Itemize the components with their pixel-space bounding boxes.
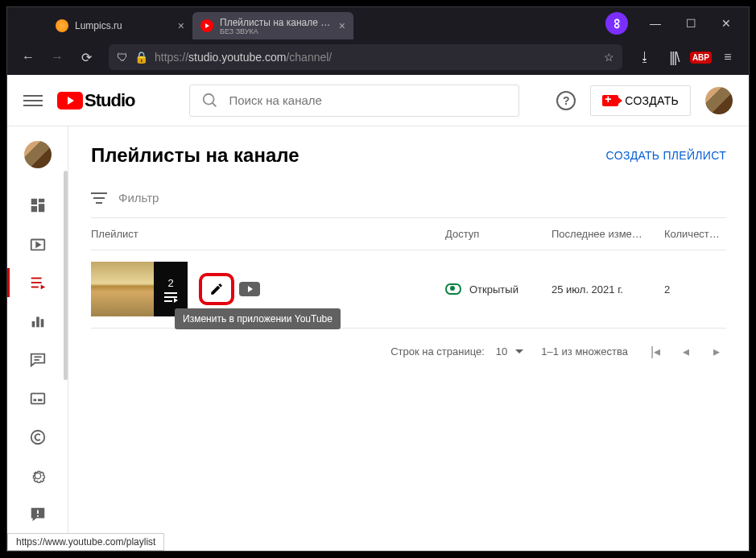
playlist-icon bbox=[164, 292, 177, 302]
col-updated[interactable]: Последнее изме… bbox=[552, 228, 664, 240]
svg-rect-21 bbox=[37, 510, 39, 515]
filter-bar[interactable]: Фильтр bbox=[91, 184, 726, 217]
abp-icon[interactable]: ABP bbox=[690, 52, 712, 64]
window-controls: ― ☐ ✕ bbox=[597, 7, 749, 39]
count-value: 2 bbox=[664, 283, 726, 296]
bookmark-icon[interactable]: ☆ bbox=[604, 51, 614, 64]
prev-page-button[interactable]: ◂ bbox=[676, 341, 696, 361]
lock-icon[interactable]: 🔒 bbox=[134, 51, 148, 64]
channel-search[interactable] bbox=[189, 85, 519, 117]
create-playlist-button[interactable]: СОЗДАТЬ ПЛЕЙЛИСТ bbox=[606, 149, 726, 162]
tab-lumpics[interactable]: Lumpics.ru × bbox=[48, 12, 192, 39]
studio-header: Studio ? СОЗДАТЬ bbox=[7, 75, 749, 126]
nav-subtitles[interactable] bbox=[7, 382, 68, 415]
svg-rect-13 bbox=[36, 317, 39, 328]
playlist-thumbnail[interactable]: 2 bbox=[91, 262, 188, 316]
video-count: 2 bbox=[167, 277, 173, 289]
chevron-down-icon bbox=[515, 349, 523, 353]
menu-icon[interactable]: ≡ bbox=[715, 44, 741, 70]
nav-feedback[interactable] bbox=[7, 498, 68, 531]
downloads-icon[interactable]: ⭳ bbox=[632, 44, 658, 70]
browser-toolbar: ← → ⟳ 🛡 🔒 https://studio.youtube.com/cha… bbox=[7, 39, 749, 75]
rows-select[interactable]: 10 bbox=[496, 345, 523, 358]
scrollbar[interactable] bbox=[64, 171, 68, 380]
avatar[interactable] bbox=[705, 87, 733, 114]
page-title: Плейлисты на канале bbox=[91, 144, 300, 167]
maximize-button[interactable]: ☐ bbox=[675, 10, 707, 36]
feedback-icon bbox=[29, 506, 47, 523]
url-text: https://studio.youtube.com/channel/ bbox=[155, 51, 597, 64]
rows-value: 10 bbox=[496, 345, 507, 358]
close-button[interactable]: ✕ bbox=[710, 10, 742, 36]
tab-youtube-studio[interactable]: Плейлисты на канале - Yo БЕЗ ЗВУКА × bbox=[192, 12, 353, 39]
address-bar[interactable]: 🛡 🔒 https://studio.youtube.com/channel/ … bbox=[109, 44, 622, 70]
nav-copyright[interactable] bbox=[7, 421, 68, 453]
svg-marker-7 bbox=[36, 242, 40, 247]
nav-analytics[interactable] bbox=[7, 305, 68, 337]
dashboard-icon bbox=[29, 196, 47, 214]
col-playlist[interactable]: Плейлист bbox=[91, 228, 445, 240]
svg-marker-11 bbox=[40, 285, 44, 290]
svg-rect-12 bbox=[31, 321, 35, 327]
hamburger-icon[interactable] bbox=[23, 91, 43, 110]
library-icon[interactable]: |||\ bbox=[661, 44, 687, 70]
table-header: Плейлист Доступ Последнее изме… Количест… bbox=[91, 217, 726, 250]
browser-titlebar: Lumpics.ru × Плейлисты на канале - Yo БЕ… bbox=[7, 7, 749, 39]
thumb-image bbox=[91, 262, 154, 316]
comments-icon bbox=[29, 351, 47, 369]
subtitles-icon bbox=[29, 390, 47, 407]
svg-line-1 bbox=[213, 102, 217, 106]
updated-value: 25 июл. 2021 г. bbox=[552, 283, 664, 296]
edit-button[interactable] bbox=[199, 273, 234, 305]
youtube-icon bbox=[57, 92, 83, 110]
table-row[interactable]: 2 Изменить в приложении YouTube bbox=[91, 250, 726, 328]
svg-rect-5 bbox=[31, 206, 36, 212]
playlist-icon bbox=[29, 274, 47, 291]
col-access[interactable]: Доступ bbox=[445, 228, 552, 240]
rows-label: Строк на странице: bbox=[390, 345, 485, 358]
nav-content[interactable] bbox=[7, 228, 68, 260]
forward-button[interactable]: → bbox=[44, 44, 70, 70]
shield-icon[interactable]: 🛡 bbox=[117, 51, 128, 64]
search-icon bbox=[201, 92, 219, 110]
copyright-icon bbox=[29, 428, 47, 446]
svg-rect-3 bbox=[38, 199, 43, 203]
nav-settings[interactable] bbox=[7, 460, 68, 492]
range-text: 1–1 из множества bbox=[541, 345, 628, 358]
tooltip: Изменить в приложении YouTube bbox=[175, 308, 341, 329]
col-count[interactable]: Количест… bbox=[664, 228, 726, 240]
channel-avatar[interactable] bbox=[24, 141, 52, 168]
minimize-button[interactable]: ― bbox=[639, 10, 671, 36]
close-icon[interactable]: × bbox=[339, 19, 345, 32]
nav-comments[interactable] bbox=[7, 344, 68, 376]
favicon-lumpics bbox=[56, 19, 68, 32]
nav-dashboard[interactable] bbox=[7, 189, 68, 221]
next-page-button[interactable]: ▸ bbox=[707, 341, 726, 361]
nav-playlists[interactable] bbox=[7, 267, 68, 299]
studio-logo[interactable]: Studio bbox=[57, 90, 134, 111]
content-icon bbox=[29, 235, 47, 253]
search-input[interactable] bbox=[229, 93, 507, 107]
svg-rect-2 bbox=[31, 199, 36, 205]
filter-placeholder: Фильтр bbox=[118, 191, 159, 205]
extension-icon[interactable] bbox=[605, 12, 628, 35]
reload-button[interactable]: ⟳ bbox=[73, 44, 99, 70]
create-label: СОЗДАТЬ bbox=[625, 94, 679, 107]
first-page-button[interactable]: |◂ bbox=[646, 341, 665, 361]
create-button[interactable]: СОЗДАТЬ bbox=[590, 85, 691, 116]
svg-rect-10 bbox=[31, 287, 38, 288]
pencil-icon bbox=[209, 282, 224, 296]
back-button[interactable]: ← bbox=[15, 44, 41, 70]
close-icon[interactable]: × bbox=[178, 19, 184, 32]
access-value: Открытый bbox=[469, 283, 518, 296]
svg-rect-9 bbox=[31, 282, 41, 283]
svg-rect-4 bbox=[38, 204, 43, 212]
status-bar: https://www.youtube.com/playlist bbox=[7, 533, 164, 551]
help-icon[interactable]: ? bbox=[556, 91, 576, 110]
sidebar bbox=[7, 126, 68, 551]
svg-rect-14 bbox=[40, 319, 43, 327]
svg-rect-17 bbox=[31, 394, 44, 404]
view-on-youtube-button[interactable] bbox=[239, 282, 260, 296]
tab-title: Плейлисты на канале - Yo БЕЗ ЗВУКА bbox=[220, 17, 333, 35]
visibility-icon bbox=[445, 283, 461, 295]
